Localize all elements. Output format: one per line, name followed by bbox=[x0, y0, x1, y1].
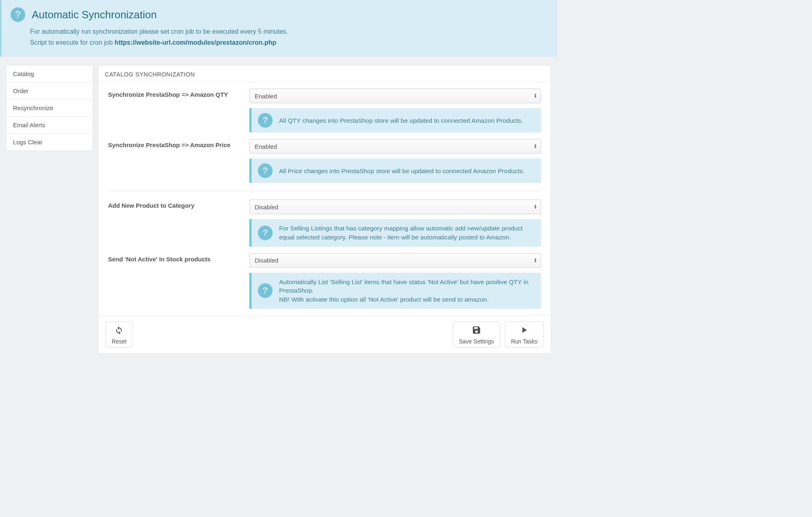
alert-line2: Script to execute for cron job https://w… bbox=[30, 37, 548, 48]
panel-footer: Reset Save Settings Run Tasks bbox=[98, 315, 551, 353]
save-icon bbox=[472, 325, 481, 337]
label-sync-price: Synchronize PrestaShop => Amazon Price bbox=[108, 139, 249, 183]
label-sync-qty: Synchronize PrestaShop => Amazon QTY bbox=[108, 89, 249, 133]
label-add-new-product: Add New Product to Category bbox=[108, 200, 249, 246]
run-tasks-button[interactable]: Run Tasks bbox=[505, 321, 543, 348]
save-settings-button[interactable]: Save Settings bbox=[453, 321, 500, 348]
help-icon: ? bbox=[258, 163, 273, 178]
select-sync-price[interactable]: Enabled bbox=[249, 139, 541, 154]
alert-title: Automatic Synchronization bbox=[32, 9, 157, 21]
label-not-active: Send 'Not Active' In Stock products bbox=[108, 253, 249, 309]
help-icon: ? bbox=[258, 283, 273, 298]
hint-not-active: ? Automatically List 'Selling List' item… bbox=[249, 273, 541, 309]
sidebar-item-logs-clear[interactable]: Logs Clear bbox=[6, 134, 93, 150]
refresh-icon bbox=[114, 325, 124, 337]
settings-panel: CATALOG SYNCHRONIZATION Synchronize Pres… bbox=[98, 65, 551, 353]
cron-url: https://website-url.com/modules/prestazo… bbox=[115, 39, 276, 46]
reset-label: Reset bbox=[112, 338, 127, 345]
help-icon: ? bbox=[258, 226, 273, 240]
top-alert: ? Automatic Synchronization For automati… bbox=[0, 0, 557, 57]
sidebar-item-order[interactable]: Order bbox=[6, 83, 93, 99]
play-icon bbox=[519, 325, 529, 337]
select-add-new-product[interactable]: Disabled bbox=[249, 200, 541, 214]
hint-add-new-product: ? For Selling Listings that has category… bbox=[249, 219, 541, 246]
hint-sync-qty: ? All QTY changes into PrestaShop store … bbox=[249, 108, 541, 133]
select-sync-qty[interactable]: Enabled bbox=[249, 89, 541, 103]
hint-sync-price: ? All Price changes into PrestaShop stor… bbox=[249, 159, 541, 183]
save-label: Save Settings bbox=[459, 338, 494, 345]
run-label: Run Tasks bbox=[511, 338, 537, 345]
help-icon: ? bbox=[258, 113, 273, 128]
select-not-active[interactable]: Disabled bbox=[249, 253, 541, 268]
reset-button[interactable]: Reset bbox=[106, 321, 133, 348]
panel-heading: CATALOG SYNCHRONIZATION bbox=[98, 65, 551, 82]
row-not-active: Send 'Not Active' In Stock products Disa… bbox=[108, 253, 541, 315]
help-icon: ? bbox=[11, 7, 25, 22]
row-sync-qty: Synchronize PrestaShop => Amazon QTY Ena… bbox=[108, 89, 541, 139]
sidebar-nav: Catalog Order Resynchronize Email Alerts… bbox=[6, 65, 93, 353]
sidebar-item-resynchronize[interactable]: Resynchronize bbox=[6, 100, 93, 116]
row-add-new-product: Add New Product to Category Disabled ▲▼ … bbox=[108, 200, 541, 253]
alert-line1: For automatically run synchronization pl… bbox=[30, 26, 548, 37]
row-sync-price: Synchronize PrestaShop => Amazon Price E… bbox=[108, 139, 541, 191]
sidebar-item-catalog[interactable]: Catalog bbox=[6, 65, 93, 82]
sidebar-item-email-alerts[interactable]: Email Alerts bbox=[6, 117, 93, 133]
